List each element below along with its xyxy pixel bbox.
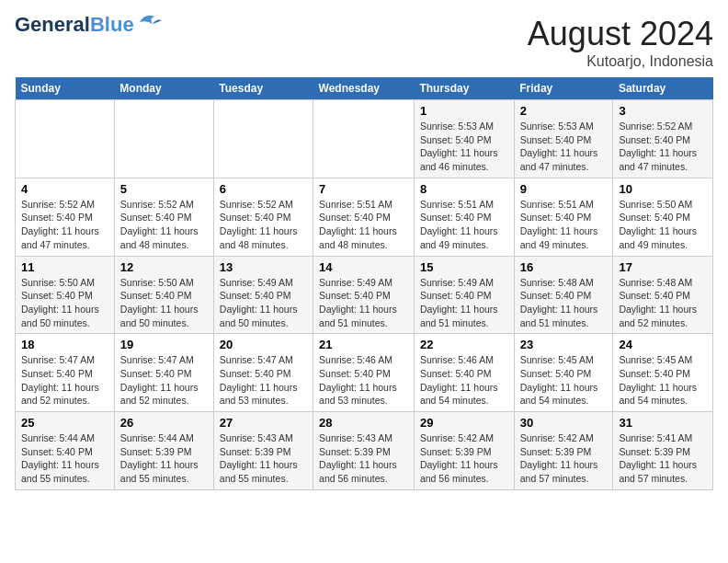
day-info: Sunrise: 5:43 AM Sunset: 5:39 PM Dayligh… xyxy=(319,431,408,486)
calendar-cell: 5Sunrise: 5:52 AM Sunset: 5:40 PM Daylig… xyxy=(114,178,213,256)
logo-text: GeneralBlue xyxy=(15,15,134,35)
day-number: 19 xyxy=(120,338,208,351)
day-info: Sunrise: 5:51 AM Sunset: 5:40 PM Dayligh… xyxy=(319,198,408,252)
day-info: Sunrise: 5:49 AM Sunset: 5:40 PM Dayligh… xyxy=(319,276,408,330)
day-of-week-header: Sunday xyxy=(16,77,115,100)
location: Kutoarjo, Indonesia xyxy=(528,53,713,70)
day-info: Sunrise: 5:41 AM Sunset: 5:39 PM Dayligh… xyxy=(619,431,707,486)
day-info: Sunrise: 5:50 AM Sunset: 5:40 PM Dayligh… xyxy=(120,276,208,330)
day-of-week-header: Wednesday xyxy=(313,77,415,100)
calendar-cell: 21Sunrise: 5:46 AM Sunset: 5:40 PM Dayli… xyxy=(313,334,415,412)
day-info: Sunrise: 5:52 AM Sunset: 5:40 PM Dayligh… xyxy=(220,198,307,252)
logo-bird-icon xyxy=(136,11,162,31)
day-number: 30 xyxy=(520,416,608,430)
day-info: Sunrise: 5:44 AM Sunset: 5:40 PM Dayligh… xyxy=(21,431,108,486)
calendar-cell: 30Sunrise: 5:42 AM Sunset: 5:39 PM Dayli… xyxy=(514,412,613,490)
calendar-cell: 22Sunrise: 5:46 AM Sunset: 5:40 PM Dayli… xyxy=(414,334,514,412)
day-number: 14 xyxy=(319,260,408,274)
calendar-cell: 19Sunrise: 5:47 AM Sunset: 5:40 PM Dayli… xyxy=(114,334,213,412)
calendar-body: 1Sunrise: 5:53 AM Sunset: 5:40 PM Daylig… xyxy=(16,100,713,490)
day-of-week-header: Thursday xyxy=(414,77,514,100)
calendar-cell: 10Sunrise: 5:50 AM Sunset: 5:40 PM Dayli… xyxy=(613,178,713,256)
calendar-cell: 27Sunrise: 5:43 AM Sunset: 5:39 PM Dayli… xyxy=(213,412,313,490)
day-number: 15 xyxy=(420,260,508,274)
day-info: Sunrise: 5:47 AM Sunset: 5:40 PM Dayligh… xyxy=(220,353,307,408)
day-of-week-header: Saturday xyxy=(613,77,713,100)
day-info: Sunrise: 5:53 AM Sunset: 5:40 PM Dayligh… xyxy=(520,120,608,174)
day-info: Sunrise: 5:47 AM Sunset: 5:40 PM Dayligh… xyxy=(120,353,208,408)
calendar-cell: 24Sunrise: 5:45 AM Sunset: 5:40 PM Dayli… xyxy=(613,334,713,412)
day-number: 13 xyxy=(220,260,307,274)
calendar-week-row: 11Sunrise: 5:50 AM Sunset: 5:40 PM Dayli… xyxy=(16,256,713,334)
page-header: GeneralBlue August 2024 Kutoarjo, Indone… xyxy=(15,15,713,70)
day-of-week-header: Friday xyxy=(514,77,613,100)
calendar-cell: 12Sunrise: 5:50 AM Sunset: 5:40 PM Dayli… xyxy=(114,256,213,334)
day-number: 9 xyxy=(520,182,608,196)
calendar-cell xyxy=(213,100,313,178)
day-number: 1 xyxy=(420,104,508,118)
day-info: Sunrise: 5:43 AM Sunset: 5:39 PM Dayligh… xyxy=(220,431,307,486)
day-info: Sunrise: 5:48 AM Sunset: 5:40 PM Dayligh… xyxy=(619,276,707,330)
day-info: Sunrise: 5:45 AM Sunset: 5:40 PM Dayligh… xyxy=(619,353,707,408)
day-info: Sunrise: 5:51 AM Sunset: 5:40 PM Dayligh… xyxy=(420,198,508,252)
day-number: 11 xyxy=(21,260,108,274)
calendar-header-row: SundayMondayTuesdayWednesdayThursdayFrid… xyxy=(16,77,713,100)
day-number: 4 xyxy=(21,182,108,196)
day-number: 16 xyxy=(520,260,608,274)
calendar-cell: 15Sunrise: 5:49 AM Sunset: 5:40 PM Dayli… xyxy=(414,256,514,334)
calendar-cell: 16Sunrise: 5:48 AM Sunset: 5:40 PM Dayli… xyxy=(514,256,613,334)
calendar-cell: 9Sunrise: 5:51 AM Sunset: 5:40 PM Daylig… xyxy=(514,178,613,256)
day-info: Sunrise: 5:46 AM Sunset: 5:40 PM Dayligh… xyxy=(420,353,508,408)
day-info: Sunrise: 5:42 AM Sunset: 5:39 PM Dayligh… xyxy=(420,431,508,486)
day-of-week-header: Tuesday xyxy=(213,77,313,100)
day-number: 10 xyxy=(619,182,707,196)
calendar-cell: 7Sunrise: 5:51 AM Sunset: 5:40 PM Daylig… xyxy=(313,178,415,256)
month-title: August 2024 xyxy=(528,15,713,53)
day-number: 6 xyxy=(220,182,307,196)
day-info: Sunrise: 5:52 AM Sunset: 5:40 PM Dayligh… xyxy=(21,198,108,252)
day-info: Sunrise: 5:45 AM Sunset: 5:40 PM Dayligh… xyxy=(520,353,608,408)
calendar-cell: 18Sunrise: 5:47 AM Sunset: 5:40 PM Dayli… xyxy=(16,334,115,412)
calendar-cell: 20Sunrise: 5:47 AM Sunset: 5:40 PM Dayli… xyxy=(213,334,313,412)
day-number: 26 xyxy=(120,416,208,430)
day-number: 28 xyxy=(319,416,408,430)
day-info: Sunrise: 5:44 AM Sunset: 5:39 PM Dayligh… xyxy=(120,431,208,486)
day-info: Sunrise: 5:49 AM Sunset: 5:40 PM Dayligh… xyxy=(220,276,307,330)
day-number: 8 xyxy=(420,182,508,196)
calendar-cell: 31Sunrise: 5:41 AM Sunset: 5:39 PM Dayli… xyxy=(613,412,713,490)
calendar-week-row: 4Sunrise: 5:52 AM Sunset: 5:40 PM Daylig… xyxy=(16,178,713,256)
day-number: 2 xyxy=(520,104,608,118)
day-info: Sunrise: 5:53 AM Sunset: 5:40 PM Dayligh… xyxy=(420,120,508,174)
day-info: Sunrise: 5:46 AM Sunset: 5:40 PM Dayligh… xyxy=(319,353,408,408)
calendar-cell: 4Sunrise: 5:52 AM Sunset: 5:40 PM Daylig… xyxy=(16,178,115,256)
day-info: Sunrise: 5:42 AM Sunset: 5:39 PM Dayligh… xyxy=(520,431,608,486)
day-number: 22 xyxy=(420,338,508,351)
day-number: 7 xyxy=(319,182,408,196)
day-number: 12 xyxy=(120,260,208,274)
day-number: 17 xyxy=(619,260,707,274)
calendar-cell xyxy=(16,100,115,178)
day-number: 24 xyxy=(619,338,707,351)
calendar-cell xyxy=(313,100,415,178)
day-info: Sunrise: 5:50 AM Sunset: 5:40 PM Dayligh… xyxy=(21,276,108,330)
day-info: Sunrise: 5:50 AM Sunset: 5:40 PM Dayligh… xyxy=(619,198,707,252)
calendar-week-row: 25Sunrise: 5:44 AM Sunset: 5:40 PM Dayli… xyxy=(16,412,713,490)
calendar-cell: 29Sunrise: 5:42 AM Sunset: 5:39 PM Dayli… xyxy=(414,412,514,490)
day-of-week-header: Monday xyxy=(114,77,213,100)
logo: GeneralBlue xyxy=(15,15,162,35)
calendar-cell: 6Sunrise: 5:52 AM Sunset: 5:40 PM Daylig… xyxy=(213,178,313,256)
calendar-cell: 1Sunrise: 5:53 AM Sunset: 5:40 PM Daylig… xyxy=(414,100,514,178)
calendar-cell: 28Sunrise: 5:43 AM Sunset: 5:39 PM Dayli… xyxy=(313,412,415,490)
calendar-table: SundayMondayTuesdayWednesdayThursdayFrid… xyxy=(15,77,713,490)
calendar-cell: 14Sunrise: 5:49 AM Sunset: 5:40 PM Dayli… xyxy=(313,256,415,334)
day-number: 31 xyxy=(619,416,707,430)
day-number: 23 xyxy=(520,338,608,351)
day-number: 5 xyxy=(120,182,208,196)
calendar-cell: 26Sunrise: 5:44 AM Sunset: 5:39 PM Dayli… xyxy=(114,412,213,490)
calendar-cell xyxy=(114,100,213,178)
day-info: Sunrise: 5:48 AM Sunset: 5:40 PM Dayligh… xyxy=(520,276,608,330)
day-info: Sunrise: 5:49 AM Sunset: 5:40 PM Dayligh… xyxy=(420,276,508,330)
calendar-cell: 13Sunrise: 5:49 AM Sunset: 5:40 PM Dayli… xyxy=(213,256,313,334)
day-info: Sunrise: 5:52 AM Sunset: 5:40 PM Dayligh… xyxy=(619,120,707,174)
day-number: 25 xyxy=(21,416,108,430)
